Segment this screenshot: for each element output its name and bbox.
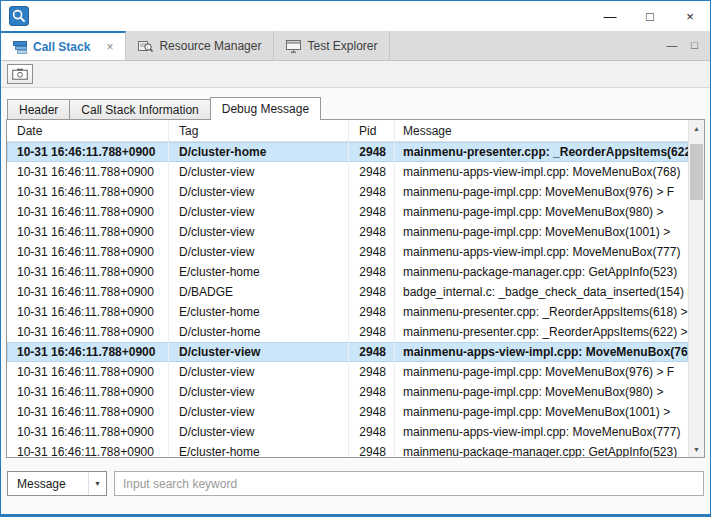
cell-tag: D/cluster-view [169, 362, 349, 382]
cell-tag: D/cluster-view [169, 242, 349, 262]
log-row[interactable]: 10-31 16:46:11.788+0900 D/cluster-home 2… [7, 142, 688, 162]
tab-test-explorer-label: Test Explorer [307, 39, 377, 53]
column-header-pid[interactable]: Pid [349, 120, 395, 141]
cell-message: mainmenu-page-impl.cpp: MoveMenuBox(980)… [395, 382, 688, 402]
cell-date: 10-31 16:46:11.788+0900 [7, 382, 169, 402]
log-row[interactable]: 10-31 16:46:11.788+0900 E/cluster-home 2… [7, 262, 688, 282]
tab-resource-manager-label: Resource Manager [159, 39, 261, 53]
log-table: Date Tag Pid Message 10-31 16:46:11.788+… [6, 119, 705, 458]
tab-call-stack[interactable]: Call Stack × [1, 31, 126, 60]
cell-message: mainmenu-apps-view-impl.cpp: MoveMenuBox… [395, 162, 688, 182]
panel-minimize-icon[interactable]: — [666, 40, 677, 51]
log-row[interactable]: 10-31 16:46:11.788+0900 E/cluster-home 2… [7, 302, 688, 322]
window-controls: — □ × [590, 1, 710, 31]
cell-message: mainmenu-page-impl.cpp: MoveMenuBox(976)… [395, 182, 688, 202]
log-row[interactable]: 10-31 16:46:11.788+0900 D/cluster-home 2… [7, 322, 688, 342]
cell-pid: 2948 [349, 262, 395, 282]
cell-date: 10-31 16:46:11.788+0900 [7, 222, 169, 242]
main-tab-bar: Call Stack × Resource Manager [1, 31, 710, 61]
cell-date: 10-31 16:46:11.788+0900 [7, 422, 169, 442]
cell-date: 10-31 16:46:11.788+0900 [7, 142, 169, 162]
view-tab-bar: Header Call Stack Information Debug Mess… [7, 97, 320, 120]
log-row[interactable]: 10-31 16:46:11.788+0900 D/BADGE 2948 bad… [7, 282, 688, 302]
cell-date: 10-31 16:46:11.788+0900 [7, 242, 169, 262]
log-row[interactable]: 10-31 16:46:11.788+0900 D/cluster-view 2… [7, 222, 688, 242]
cell-message: mainmenu-apps-view-impl.cpp: MoveMenuBox… [395, 242, 688, 262]
tab-close-icon[interactable]: × [106, 40, 113, 54]
cell-tag: D/cluster-view [169, 202, 349, 222]
cell-tag: D/cluster-view [169, 382, 349, 402]
cell-message: mainmenu-page-impl.cpp: MoveMenuBox(1001… [395, 402, 688, 422]
log-row[interactable]: 10-31 16:46:11.788+0900 D/cluster-view 2… [7, 242, 688, 262]
log-row[interactable]: 10-31 16:46:11.788+0900 D/cluster-view 2… [7, 162, 688, 182]
column-header-date[interactable]: Date [7, 120, 169, 141]
scroll-up-icon[interactable]: ▲ [689, 120, 704, 136]
call-stack-icon [13, 40, 27, 54]
log-row[interactable]: 10-31 16:46:11.788+0900 D/cluster-view 2… [7, 402, 688, 422]
search-input[interactable] [114, 471, 704, 496]
panel-controls: — □ [666, 31, 710, 60]
cell-tag: D/cluster-home [169, 322, 349, 342]
vertical-scrollbar[interactable]: ▲ ▼ [688, 120, 704, 457]
cell-message: mainmenu-presenter.cpp: _ReorderAppsItem… [395, 322, 688, 342]
cell-date: 10-31 16:46:11.788+0900 [7, 342, 169, 362]
scrollbar-thumb[interactable] [690, 144, 703, 200]
scroll-down-icon[interactable]: ▼ [689, 441, 704, 457]
cell-date: 10-31 16:46:11.788+0900 [7, 362, 169, 382]
cell-pid: 2948 [349, 362, 395, 382]
cell-message: mainmenu-page-impl.cpp: MoveMenuBox(1001… [395, 222, 688, 242]
panel-maximize-icon[interactable]: □ [691, 40, 698, 51]
tab-resource-manager[interactable]: Resource Manager [126, 31, 274, 60]
cell-date: 10-31 16:46:11.788+0900 [7, 202, 169, 222]
cell-date: 10-31 16:46:11.788+0900 [7, 262, 169, 282]
capture-log-button[interactable] [7, 64, 33, 84]
log-row[interactable]: 10-31 16:46:11.788+0900 E/cluster-home 2… [7, 442, 688, 458]
cell-pid: 2948 [349, 382, 395, 402]
cell-message: mainmenu-package-manager.cpp: GetAppInfo… [395, 442, 688, 458]
cell-message: mainmenu-apps-view-impl.cpp: MoveMenuBox… [395, 342, 688, 362]
cell-message: badge_internal.c: _badge_check_data_inse… [395, 282, 688, 302]
window-close-button[interactable]: × [670, 1, 710, 31]
cell-pid: 2948 [349, 142, 395, 162]
cell-message: mainmenu-page-impl.cpp: MoveMenuBox(976)… [395, 362, 688, 382]
client-area: Header Call Stack Information Debug Mess… [1, 88, 710, 514]
titlebar[interactable]: — □ × [1, 1, 710, 31]
cell-tag: E/cluster-home [169, 262, 349, 282]
tab-header[interactable]: Header [7, 99, 70, 120]
window-minimize-button[interactable]: — [590, 1, 630, 31]
cell-date: 10-31 16:46:11.788+0900 [7, 162, 169, 182]
window-maximize-button[interactable]: □ [630, 1, 670, 31]
log-row[interactable]: 10-31 16:46:11.788+0900 D/cluster-view 2… [7, 422, 688, 442]
camera-icon [12, 68, 28, 80]
tab-call-stack-information[interactable]: Call Stack Information [69, 99, 210, 120]
cell-tag: D/cluster-view [169, 402, 349, 422]
log-row[interactable]: 10-31 16:46:11.788+0900 D/cluster-view 2… [7, 342, 688, 362]
cell-date: 10-31 16:46:11.788+0900 [7, 442, 169, 458]
log-row[interactable]: 10-31 16:46:11.788+0900 D/cluster-view 2… [7, 362, 688, 382]
column-header-message[interactable]: Message [395, 120, 688, 141]
cell-message: mainmenu-presenter.cpp: _ReorderAppsItem… [395, 302, 688, 322]
cell-message: mainmenu-presenter.cpp: _ReorderAppsItem… [395, 142, 688, 162]
cell-pid: 2948 [349, 202, 395, 222]
cell-pid: 2948 [349, 322, 395, 342]
log-row[interactable]: 10-31 16:46:11.788+0900 D/cluster-view 2… [7, 202, 688, 222]
log-rows: 10-31 16:46:11.788+0900 D/cluster-home 2… [7, 142, 688, 458]
cell-pid: 2948 [349, 422, 395, 442]
cell-tag: D/cluster-view [169, 422, 349, 442]
search-field-dropdown[interactable]: Message ▼ [7, 471, 107, 496]
cell-message: mainmenu-apps-view-impl.cpp: MoveMenuBox… [395, 422, 688, 442]
log-row[interactable]: 10-31 16:46:11.788+0900 D/cluster-view 2… [7, 182, 688, 202]
cell-pid: 2948 [349, 342, 395, 362]
tab-test-explorer[interactable]: Test Explorer [274, 31, 390, 60]
column-header-tag[interactable]: Tag [169, 120, 349, 141]
cell-tag: E/cluster-home [169, 302, 349, 322]
cell-tag: D/cluster-view [169, 342, 349, 362]
resource-manager-icon [138, 39, 153, 53]
cell-message: mainmenu-page-impl.cpp: MoveMenuBox(980)… [395, 202, 688, 222]
cell-pid: 2948 [349, 162, 395, 182]
log-row[interactable]: 10-31 16:46:11.788+0900 D/cluster-view 2… [7, 382, 688, 402]
cell-tag: D/BADGE [169, 282, 349, 302]
cell-date: 10-31 16:46:11.788+0900 [7, 322, 169, 342]
cell-tag: D/cluster-home [169, 142, 349, 162]
tab-debug-message[interactable]: Debug Message [210, 97, 321, 120]
